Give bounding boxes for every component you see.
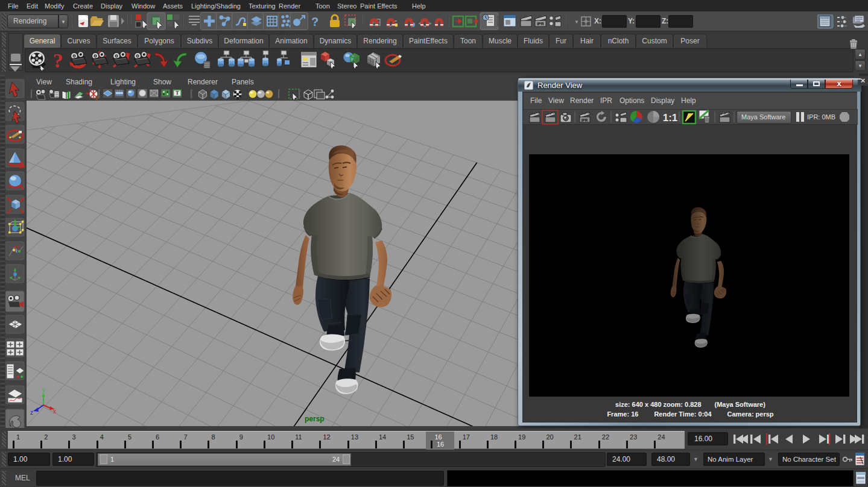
svg-text:1:1: 1:1 bbox=[663, 112, 678, 124]
svg-text:persp: persp bbox=[305, 415, 325, 423]
svg-text:“: “ bbox=[723, 112, 724, 116]
svg-text:?: ? bbox=[53, 49, 63, 72]
svg-text:?: ? bbox=[311, 15, 318, 28]
svg-text:x: x bbox=[53, 408, 56, 415]
svg-text:IPR: IPR bbox=[581, 118, 588, 122]
svg-text:IPR: IPR bbox=[537, 22, 544, 26]
svg-text:y: y bbox=[42, 386, 45, 393]
svg-text:T: T bbox=[176, 90, 179, 96]
svg-text:z: z bbox=[30, 409, 33, 416]
